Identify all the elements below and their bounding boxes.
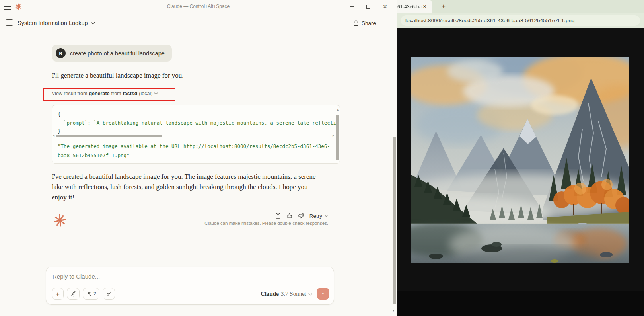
tab-title: 61-43e6-baa8-561	[397, 4, 422, 10]
titlebar: Claude — Control+Alt+Space ✕	[0, 0, 397, 13]
code-value: `A breathtaking natural landscape with m…	[93, 120, 336, 126]
maximize-button[interactable]	[360, 0, 377, 13]
user-message-row: R create photo of a beautiful landscape	[52, 45, 340, 62]
reply-input[interactable]: Reply to Claude...	[53, 273, 327, 280]
url-field[interactable]: localhost:8000/results/8ecdc2b5-d361-43e…	[401, 15, 640, 26]
assistant-footer: Retry Claude can make mistakes. Please d…	[52, 213, 340, 227]
scroll-left-icon[interactable]: ◂	[53, 134, 54, 137]
model-selector[interactable]: Claude 3.7 Sonnet	[261, 291, 312, 297]
chevron-down-icon	[91, 22, 95, 25]
assistant-intro-text: I'll generate a beautiful landscape imag…	[52, 70, 340, 81]
claude-app-window: Claude — Control+Alt+Space ✕ System Info…	[0, 0, 397, 316]
copy-button[interactable]	[275, 213, 281, 219]
retry-label: Retry	[309, 213, 322, 219]
code-param-line: `prompt`: `A breathtaking natural landsc…	[52, 119, 340, 127]
sidebar-toggle-icon[interactable]	[6, 19, 13, 26]
browser-tab-strip: 61-43e6-baa8-561 ✕ +	[397, 0, 644, 13]
generated-landscape-image	[411, 57, 629, 263]
code-vertical-scrollbar[interactable]	[336, 115, 339, 160]
user-avatar: R	[56, 48, 66, 58]
code-open-brace: {	[52, 105, 340, 119]
scroll-right-icon[interactable]: ▸	[333, 134, 334, 137]
retry-button[interactable]: Retry	[309, 213, 328, 219]
thumbs-down-button[interactable]	[298, 213, 304, 219]
tool-result-header-wrap: View result from generate from fastsd (l…	[52, 89, 340, 101]
tool-header-connector: from	[111, 91, 121, 96]
share-button[interactable]: Share	[353, 18, 376, 28]
actions-row: Retry	[275, 213, 328, 219]
tool-result-text: "The generated image available at the UR…	[58, 142, 331, 160]
model-name: Claude	[261, 291, 279, 297]
window-title: Claude — Control+Alt+Space	[0, 0, 397, 13]
tool-server-name: fastsd	[123, 91, 138, 96]
browser-url-bar: localhost:8000/results/8ecdc2b5-d361-43e…	[397, 13, 644, 28]
tool-header-suffix: (local)	[139, 91, 152, 96]
chevron-down-icon	[308, 293, 312, 296]
connectors-button[interactable]	[103, 288, 115, 300]
tools-count-badge: 2	[93, 291, 96, 296]
tool-name: generate	[89, 91, 109, 96]
app-header: System Information Lookup Share	[0, 14, 397, 33]
composer-right: Claude 3.7 Sonnet ↑	[261, 288, 329, 300]
code-horizontal-scrollbar[interactable]	[56, 135, 162, 137]
scroll-down-icon[interactable]: ▾	[393, 308, 395, 312]
code-key: `prompt`	[64, 120, 88, 126]
chat-thread: R create photo of a beautiful landscape …	[52, 38, 340, 227]
minimize-button[interactable]	[343, 0, 360, 13]
minimize-icon	[350, 6, 354, 7]
url-text: localhost:8000/results/8ecdc2b5-d361-43e…	[405, 18, 575, 23]
model-version: 3.7 Sonnet	[281, 291, 306, 297]
browser-tab[interactable]: 61-43e6-baa8-561 ✕	[397, 0, 432, 13]
disclaimer-text: Claude can make mistakes. Please double-…	[204, 221, 328, 226]
conversation-title: System Information Lookup	[18, 20, 88, 26]
share-icon	[353, 20, 359, 26]
scroll-up-icon[interactable]: ▴	[337, 108, 339, 111]
desktop-area	[397, 291, 644, 316]
style-button[interactable]	[67, 288, 80, 300]
hammer-icon	[86, 291, 92, 297]
tab-close-icon[interactable]: ✕	[423, 4, 426, 9]
browser-content	[397, 28, 644, 291]
share-label: Share	[362, 20, 376, 26]
plus-icon: +	[56, 291, 60, 297]
thumbs-down-icon	[298, 213, 304, 219]
browser-window: 61-43e6-baa8-561 ✕ + localhost:8000/resu…	[397, 0, 644, 316]
tool-result-toggle[interactable]: View result from generate from fastsd (l…	[52, 91, 158, 96]
response-actions: Retry Claude can make mistakes. Please d…	[204, 213, 328, 226]
user-message-text: create photo of a beautiful landscape	[70, 50, 165, 57]
user-message-bubble: R create photo of a beautiful landscape	[52, 45, 172, 62]
clipboard-icon	[275, 213, 281, 219]
assistant-response-text: I've created a beautiful landscape image…	[52, 172, 319, 203]
send-button[interactable]: ↑	[317, 288, 329, 300]
tool-header-prefix: View result from	[52, 91, 87, 96]
close-button[interactable]: ✕	[377, 0, 393, 13]
thumbs-up-button[interactable]	[286, 213, 292, 219]
tool-result-code-block: { `prompt`: `A breathtaking natural land…	[52, 105, 340, 164]
chevron-down-icon	[324, 215, 328, 217]
pen-icon	[70, 291, 76, 297]
composer-toolbar: + 2 Claude 3.7 Sonnet ↑	[52, 288, 329, 300]
window-controls: ✕	[343, 0, 393, 13]
thumbs-up-icon	[286, 213, 292, 219]
claude-starburst-logo	[53, 213, 67, 227]
plug-icon	[106, 291, 112, 297]
tools-button[interactable]: 2	[83, 288, 99, 300]
new-tab-button[interactable]: +	[438, 1, 449, 12]
code-colon: :	[88, 120, 93, 126]
chat-scrollbar: ▾	[393, 0, 396, 316]
chevron-down-icon	[154, 92, 158, 95]
maximize-icon	[366, 5, 370, 9]
composer: Reply to Claude... + 2 Claude 3.7 Sonnet…	[46, 267, 334, 305]
conversation-title-dropdown[interactable]: System Information Lookup	[18, 18, 95, 28]
attach-button[interactable]: +	[52, 288, 64, 300]
chat-scrollbar-thumb[interactable]	[393, 137, 396, 304]
